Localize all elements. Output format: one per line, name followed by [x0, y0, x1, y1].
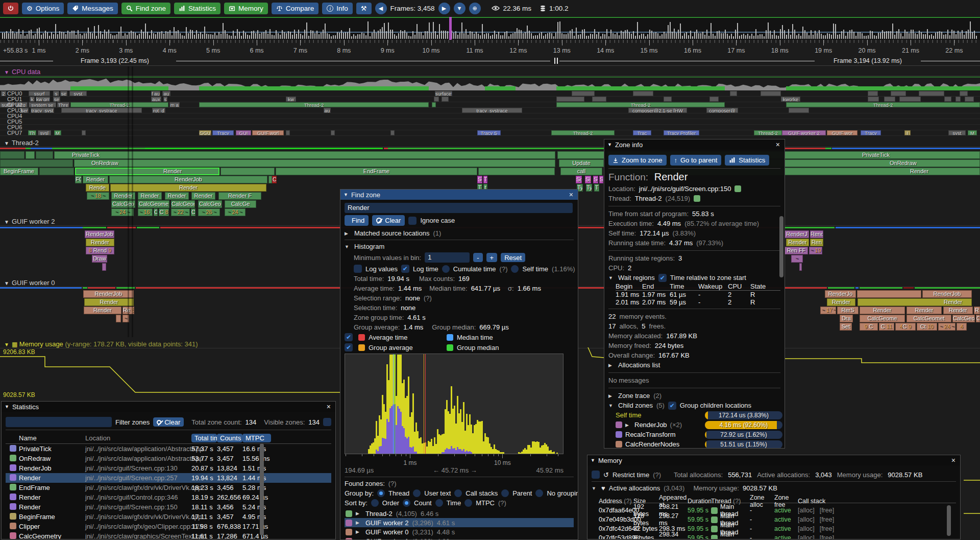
frame-bar[interactable] [733, 36, 734, 39]
zone[interactable]: 4C 9 [895, 323, 916, 331]
frame-bar[interactable] [151, 30, 152, 39]
cpu-zone[interactable]: s [163, 97, 167, 102]
frame-bar[interactable] [402, 31, 403, 39]
frame-bar[interactable] [659, 36, 660, 39]
frame-bar[interactable] [114, 35, 115, 39]
free-link[interactable]: [free] [820, 525, 835, 532]
zone[interactable]: EndFrame [276, 168, 477, 175]
frame-bar[interactable] [425, 31, 426, 39]
frame-bar[interactable] [337, 32, 338, 39]
cpu-zone[interactable]: M [968, 130, 977, 135]
frame-bar[interactable] [874, 35, 875, 39]
child-zone-row[interactable]: RecalcTransform72.92 us (1.62%) [608, 430, 780, 439]
zone[interactable]: Ct 10 [917, 323, 937, 331]
frame-bar[interactable] [229, 35, 230, 39]
cpu-zone[interactable]: 2 [1, 91, 6, 96]
frame-bar[interactable] [886, 31, 887, 39]
frame-marker-row[interactable]: Frame 3,193 (22.45 ms)Frame 3,194 (13.92… [0, 57, 980, 65]
frame-bar[interactable] [159, 32, 160, 39]
frame-bar[interactable] [267, 34, 268, 39]
frame-bar[interactable] [129, 32, 130, 39]
frame-bar[interactable] [419, 32, 420, 39]
frame-bar[interactable] [821, 34, 822, 39]
frame-bar[interactable] [813, 35, 814, 39]
frame-bar[interactable] [259, 34, 260, 39]
cpu-zone[interactable]: Tracy Profiler [664, 130, 699, 135]
frame-bar[interactable] [310, 30, 311, 39]
frame-bar[interactable] [439, 24, 440, 39]
frame-bar[interactable] [406, 33, 407, 39]
cpu-zone[interactable]: Thread-2 [70, 102, 168, 107]
frame-bar[interactable] [331, 36, 332, 39]
legend-checkbox[interactable]: ✔ [345, 343, 353, 351]
zone[interactable]: R [974, 307, 980, 314]
histogram-plot[interactable] [345, 354, 564, 454]
statistics-button[interactable]: Statistics [174, 3, 220, 14]
frame-bar[interactable] [120, 27, 121, 39]
frame-bar[interactable] [802, 27, 803, 39]
cpu-zone[interactable]: Trac [633, 130, 651, 135]
frame-bar[interactable] [353, 34, 354, 39]
sort-by-option-mtpc[interactable] [464, 499, 472, 507]
frame-bar[interactable] [412, 31, 413, 39]
frame-bar[interactable] [194, 35, 195, 39]
log-values-checkbox[interactable] [354, 265, 362, 273]
frame-bar[interactable] [925, 34, 926, 39]
frame-bar[interactable] [643, 34, 644, 39]
frame-bar[interactable] [292, 35, 293, 39]
info-button[interactable]: iInfo [322, 3, 353, 14]
cpu-zone[interactable]: Tracy S [477, 130, 501, 135]
zone[interactable]: ~24~ [111, 208, 134, 216]
zone[interactable] [268, 176, 272, 183]
col-call-stack[interactable]: Call stack [798, 498, 951, 505]
frame-bar[interactable] [939, 31, 940, 39]
frame-bar[interactable] [521, 30, 522, 39]
frame-bar[interactable] [312, 31, 313, 39]
zone[interactable]: CalcGeo [198, 200, 222, 208]
frame-bar[interactable] [508, 36, 509, 39]
frame-bar[interactable] [55, 24, 56, 39]
cpu-zone[interactable] [960, 91, 968, 96]
cpu-zone[interactable] [955, 97, 961, 102]
frame-bar[interactable] [864, 36, 865, 39]
wait-table-row[interactable]: 1.91 ms1.97 ms61 µs-2R [616, 291, 780, 298]
frame-bar[interactable] [596, 34, 597, 39]
zone-info-scrollbar[interactable] [779, 216, 783, 277]
frame-bar[interactable] [719, 31, 720, 39]
zone[interactable]: ~17~ [820, 307, 836, 314]
frame-bar[interactable] [212, 35, 213, 39]
frame-bar[interactable] [174, 27, 175, 39]
frame-bar[interactable] [239, 32, 240, 39]
zone[interactable]: Set [840, 323, 852, 331]
expand-icon[interactable]: ▶ [356, 529, 362, 534]
frame-bar[interactable] [286, 33, 287, 39]
frame-bar[interactable] [561, 33, 562, 39]
frame-bar[interactable] [437, 35, 438, 39]
zone[interactable]: T [483, 176, 487, 183]
cpu-zone[interactable] [891, 91, 906, 96]
collapse-icon[interactable]: ▼ [592, 486, 598, 491]
zone[interactable]: ~19~ [809, 247, 822, 254]
frame-bar[interactable] [817, 33, 818, 39]
thread-color-swatch[interactable] [694, 195, 700, 202]
frame-bar[interactable] [470, 31, 471, 39]
frame-bar[interactable] [27, 34, 28, 39]
frame-bar[interactable] [580, 34, 581, 39]
expand-icon[interactable]: ▶ [356, 511, 362, 516]
frame-bar[interactable] [692, 36, 693, 39]
cpu-zone[interactable] [572, 91, 595, 96]
frame-bar[interactable] [278, 33, 279, 39]
frame-bar[interactable] [811, 30, 812, 39]
frame-bar[interactable] [929, 35, 930, 39]
min-bin-increase-button[interactable]: + [486, 253, 498, 262]
zone[interactable]: T [594, 184, 599, 192]
col-total-tim[interactable]: Total tim [191, 434, 217, 442]
frame-bar[interactable] [288, 31, 289, 39]
frame-bar[interactable] [586, 36, 587, 39]
frame-bar[interactable] [316, 31, 317, 39]
zone[interactable]: ~16~ [138, 208, 153, 216]
frame-bar[interactable] [612, 33, 614, 39]
frame-bar[interactable] [357, 34, 358, 39]
frame-bar[interactable] [604, 34, 605, 39]
frame-bar[interactable] [849, 30, 850, 39]
